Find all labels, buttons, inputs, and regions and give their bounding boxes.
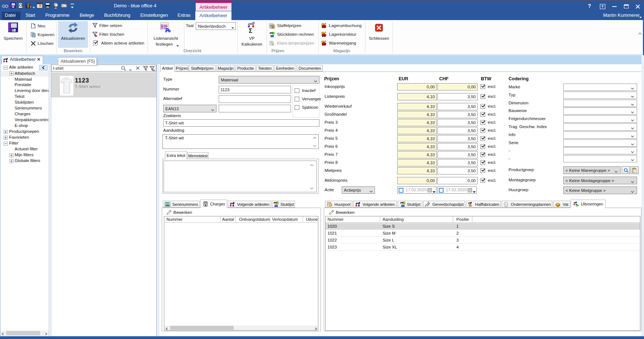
svg-text:Σ: Σ: [249, 28, 253, 34]
svg-text:SN12: SN12: [165, 202, 169, 204]
